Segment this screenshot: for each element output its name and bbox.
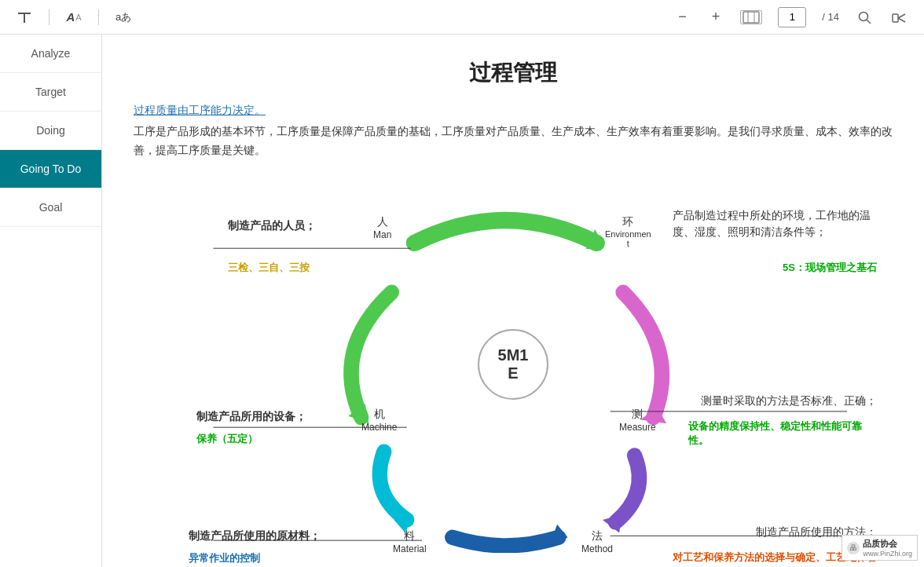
center-circle: 5M1 E <box>478 329 548 400</box>
desc-man-title: 制造产品的人员； <box>228 219 316 233</box>
desc-man-sub: 三检、三自、三按 <box>228 261 310 275</box>
page-number-input[interactable]: 1 <box>778 7 806 27</box>
font-icon[interactable]: A A <box>65 9 82 26</box>
text-size-icon[interactable]: aあ <box>115 9 132 26</box>
desc-env-sub: 5S：现场管理之基石 <box>783 261 877 275</box>
label-machine: 机 Machine <box>361 408 397 433</box>
main-layout: Analyze Target Doing Going To Do Goal 过程… <box>0 35 924 567</box>
svg-point-5 <box>860 12 868 20</box>
label-env: 环 Environmen t <box>605 215 651 248</box>
toolbar: A A aあ − + 1 / 14 <box>0 0 924 35</box>
label-method: 法 Method <box>581 529 613 554</box>
svg-line-6 <box>867 20 871 24</box>
intro-link[interactable]: 过程质量由工序能力决定。 <box>134 104 893 118</box>
label-material: 料 Material <box>393 529 427 554</box>
sidebar-item-doing[interactable]: Doing <box>0 112 101 150</box>
share-icon[interactable] <box>889 8 908 27</box>
desc-material-sub: 异常作业的控制 <box>189 551 260 565</box>
desc-measure-sub: 设备的精度保持性、稳定性和性能可靠性。 <box>688 419 877 448</box>
svg-rect-1 <box>24 13 25 23</box>
intro-text: 工序是产品形成的基本环节，工序质量是保障产品质量的基础，工序质量对产品质量、生产… <box>134 123 893 160</box>
content-area: 过程管理 过程质量由工序能力决定。 工序是产品形成的基本环节，工序质量是保障产品… <box>102 35 924 567</box>
desc-env-title: 产品制造过程中所处的环境，工作地的温度、湿度、照明和清洁条件等； <box>673 207 877 240</box>
watermark-icon: 品 <box>847 542 860 554</box>
svg-marker-10 <box>586 229 604 249</box>
zoom-in-button[interactable]: + <box>707 7 725 27</box>
svg-rect-7 <box>893 14 898 22</box>
zoom-out-button[interactable]: − <box>673 7 691 27</box>
watermark: 品 品质协会 www.PinZhi.org <box>842 535 918 561</box>
sidebar-item-target[interactable]: Target <box>0 73 101 112</box>
divider-1 <box>49 9 50 25</box>
svg-line-8 <box>898 14 905 18</box>
sidebar: Analyze Target Doing Going To Do Goal <box>0 35 102 567</box>
desc-machine-sub: 保养（五定） <box>196 432 258 446</box>
desc-measure-title: 测量时采取的方法是否标准、正确； <box>701 394 877 408</box>
page-title: 过程管理 <box>134 58 893 88</box>
desc-machine-title: 制造产品所用的设备； <box>196 410 306 424</box>
svg-rect-2 <box>743 12 759 23</box>
sidebar-item-analyze[interactable]: Analyze <box>0 35 101 73</box>
label-man: 人 Man <box>373 215 391 240</box>
sidebar-item-goal[interactable]: Goal <box>0 188 101 227</box>
watermark-text: 品质协会 www.PinZhi.org <box>863 538 912 558</box>
fit-page-icon[interactable] <box>740 10 762 24</box>
page-total-label: / 14 <box>822 11 839 23</box>
svg-marker-15 <box>549 524 567 546</box>
divider-2 <box>98 9 99 25</box>
svg-line-9 <box>898 18 905 22</box>
desc-material-title: 制造产品所使用的原材料； <box>189 529 321 543</box>
label-measure: 测 Measure <box>619 408 656 433</box>
diagram: 5M1 E 人 Man 环 Environmen t 机 Machine 测 <box>134 176 893 553</box>
sidebar-item-going-to-do[interactable]: Going To Do <box>0 150 101 188</box>
search-icon[interactable] <box>855 8 874 27</box>
text-tool-icon[interactable] <box>16 9 33 26</box>
